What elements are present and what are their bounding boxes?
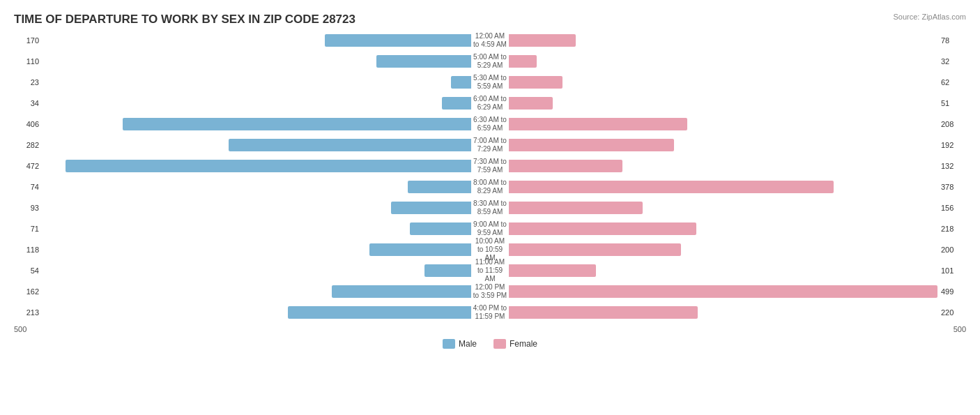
female-swatch (493, 339, 506, 349)
right-side: 156 (509, 198, 966, 218)
female-bar-wrap (509, 34, 938, 47)
female-bar-wrap (509, 97, 938, 110)
axis-left: 500 (14, 325, 26, 333)
right-side: 200 (509, 240, 966, 259)
male-bar-wrap (42, 243, 471, 256)
right-side: 132 (509, 156, 966, 176)
male-value: 23 (14, 78, 39, 86)
time-label: 12:00 AM to 4:59 AM (471, 32, 510, 49)
female-value: 378 (941, 183, 966, 191)
right-side: 378 (509, 177, 966, 197)
axis-right: 500 (954, 325, 966, 333)
male-value: 406 (14, 120, 39, 128)
time-label: 6:00 AM to 6:29 AM (471, 95, 510, 112)
male-value: 34 (14, 99, 39, 107)
female-bar-wrap (509, 160, 938, 172)
female-value: 200 (941, 246, 966, 254)
table-row: 118 10:00 AM to 10:59 AM 200 (14, 240, 966, 259)
male-bar-wrap (42, 202, 471, 214)
male-bar-wrap (42, 222, 471, 235)
male-bar-wrap (42, 264, 471, 277)
male-bar (410, 222, 470, 235)
male-bar-wrap (42, 181, 471, 193)
right-side: 192 (509, 135, 966, 155)
chart-title: TIME OF DEPARTURE TO WORK BY SEX IN ZIP … (14, 13, 966, 27)
female-bar (509, 139, 673, 151)
female-bar (509, 264, 595, 277)
female-legend-label: Female (510, 339, 537, 349)
male-bar-wrap (42, 306, 471, 319)
female-bar-wrap (509, 55, 938, 68)
male-value: 282 (14, 141, 39, 149)
right-side: 101 (509, 261, 966, 280)
time-label: 8:30 AM to 8:59 AM (471, 199, 510, 216)
table-row: 74 8:00 AM to 8:29 AM 378 (14, 177, 966, 197)
male-swatch (443, 339, 455, 349)
male-bar-wrap (42, 76, 471, 89)
male-bar-wrap (42, 55, 471, 68)
female-bar-wrap (509, 243, 938, 256)
male-bar (288, 306, 470, 319)
male-bar (332, 285, 470, 298)
time-label: 11:00 AM to 11:59 AM (471, 258, 510, 283)
right-side: 62 (509, 73, 966, 92)
female-bar (509, 118, 687, 130)
male-bar (123, 118, 471, 130)
table-row: 71 9:00 AM to 9:59 AM 218 (14, 219, 966, 239)
male-bar-wrap (42, 118, 471, 130)
time-label: 7:30 AM to 7:59 AM (471, 158, 510, 174)
left-side: 118 (14, 240, 471, 259)
female-bar (509, 97, 553, 110)
time-label: 5:30 AM to 5:59 AM (471, 74, 510, 91)
female-bar (509, 222, 696, 235)
source-text: Source: ZipAtlas.com (893, 13, 966, 21)
male-bar (391, 202, 471, 214)
female-value: 78 (941, 36, 966, 45)
female-bar (509, 181, 833, 193)
left-side: 54 (14, 261, 471, 280)
male-value: 54 (14, 266, 39, 275)
left-side: 34 (14, 93, 471, 113)
male-bar-wrap (42, 160, 471, 172)
female-value: 101 (941, 266, 966, 275)
time-label: 9:00 AM to 9:59 AM (471, 220, 510, 237)
female-bar-wrap (509, 76, 938, 89)
time-label: 7:00 AM to 7:29 AM (471, 137, 510, 153)
left-side: 110 (14, 52, 471, 71)
male-value: 472 (14, 162, 39, 170)
female-bar (509, 34, 576, 47)
female-bar (509, 76, 562, 89)
table-row: 110 5:00 AM to 5:29 AM 32 (14, 52, 966, 71)
female-bar-wrap (509, 139, 938, 151)
male-value: 71 (14, 225, 39, 233)
male-bar-wrap (42, 34, 471, 47)
legend-male: Male (443, 339, 477, 349)
female-bar-wrap (509, 285, 938, 298)
female-value: 32 (941, 57, 966, 66)
legend: Male Female (14, 339, 966, 349)
male-bar (229, 139, 470, 151)
right-side: 32 (509, 52, 966, 71)
left-side: 93 (14, 198, 471, 218)
male-value: 93 (14, 204, 39, 212)
female-bar-wrap (509, 306, 938, 319)
female-bar-wrap (509, 118, 938, 130)
female-bar (509, 160, 622, 172)
left-side: 23 (14, 73, 471, 92)
male-bar (66, 160, 470, 172)
female-bar-wrap (509, 264, 938, 277)
female-value: 156 (941, 204, 966, 212)
female-bar-wrap (509, 202, 938, 214)
female-value: 62 (941, 78, 966, 86)
female-bar (509, 306, 698, 319)
left-side: 282 (14, 135, 471, 155)
rows-area: 170 12:00 AM to 4:59 AM 78 110 5:00 AM t… (14, 31, 966, 322)
table-row: 54 11:00 AM to 11:59 AM 101 (14, 261, 966, 280)
female-value: 499 (941, 287, 966, 296)
time-label: 6:30 AM to 6:59 AM (471, 116, 510, 133)
female-value: 218 (941, 225, 966, 233)
left-side: 71 (14, 219, 471, 239)
male-value: 170 (14, 36, 39, 45)
left-side: 170 (14, 31, 471, 50)
table-row: 34 6:00 AM to 6:29 AM 51 (14, 93, 966, 113)
